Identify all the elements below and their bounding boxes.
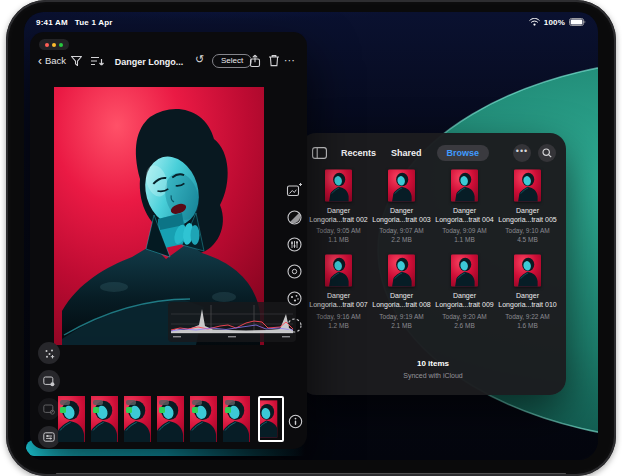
wifi-icon	[529, 18, 540, 26]
file-thumbnail	[514, 254, 541, 287]
adjust-icon[interactable]	[286, 236, 303, 253]
undo-button[interactable]: ↺	[195, 53, 204, 66]
more-options-button[interactable]: •••	[513, 144, 531, 162]
zoom-window-icon	[59, 43, 63, 47]
window-controls[interactable]	[39, 39, 69, 50]
file-card[interactable]: DangerLongoria...trait 009 Today, 9:20 A…	[433, 254, 496, 329]
file-card[interactable]: DangerLongoria...trait 003 Today, 9:07 A…	[370, 169, 433, 244]
repair-icon[interactable]	[286, 263, 303, 280]
sync-status: Synced with iCloud	[300, 372, 566, 379]
share-icon[interactable]	[249, 54, 261, 68]
synced-badge	[192, 407, 198, 413]
filmstrip-toggle-button[interactable]	[38, 426, 60, 448]
panel-badge-icon	[43, 404, 55, 415]
file-thumbnail	[388, 169, 415, 202]
tab-browse[interactable]: Browse	[437, 145, 490, 161]
filmstrip-thumbnail[interactable]	[223, 396, 254, 442]
edit-count-badge	[192, 400, 202, 405]
filmstrip-thumbnail[interactable]	[190, 396, 221, 442]
duplicate-panel-button[interactable]	[38, 398, 60, 420]
file-meta: Today, 9:05 AM1.1 MB	[307, 226, 370, 244]
file-meta: Today, 9:09 AM1.1 MB	[433, 226, 496, 244]
tab-recents[interactable]: Recents	[341, 148, 376, 158]
edit-count-badge	[93, 400, 103, 405]
browser-footer: 10 items Synced with iCloud	[300, 359, 566, 379]
browser-tabs: Recents Shared Browse	[341, 145, 489, 161]
file-meta: Today, 9:19 AM2.1 MB	[370, 312, 433, 330]
ipad-screen: 9:41 AM Tue 1 Apr 100%	[24, 12, 598, 460]
filters-icon[interactable]	[286, 209, 303, 226]
tab-shared[interactable]: Shared	[391, 148, 422, 158]
back-button[interactable]: ‹ Back	[38, 55, 66, 66]
trash-icon[interactable]	[268, 54, 280, 67]
file-thumbnail	[451, 169, 478, 202]
file-meta: Today, 9:10 AM4.5 MB	[496, 226, 559, 244]
filmstrip-thumbnail[interactable]	[58, 396, 89, 442]
select-button[interactable]: Select	[212, 54, 252, 68]
filmstrip-thumbnail[interactable]	[124, 396, 155, 442]
file-card[interactable]: DangerLongoria...trait 002 Today, 9:05 A…	[307, 169, 370, 244]
edit-count-badge	[60, 400, 70, 405]
filmstrip-thumbnail[interactable]	[91, 396, 122, 442]
synced-badge	[126, 407, 132, 413]
marketing-canvas: 9:41 AM Tue 1 Apr 100%	[0, 0, 622, 476]
file-meta: Today, 9:20 AM2.6 MB	[433, 312, 496, 330]
editor-toolbar: ‹ Back Danger Longo... ↺ Select	[30, 52, 307, 74]
file-name: DangerLongoria...trait 005	[496, 206, 559, 224]
file-name: DangerLongoria...trait 003	[370, 206, 433, 224]
filmstrip-thumbnail[interactable]	[157, 396, 188, 442]
synced-badge	[60, 407, 66, 413]
slider-panel-icon	[43, 432, 55, 442]
battery-icon	[569, 18, 586, 26]
file-thumbnail	[451, 254, 478, 287]
auto-enhance-button[interactable]	[38, 342, 60, 364]
select-subject-icon[interactable]	[286, 317, 303, 334]
sort-icon[interactable]	[90, 55, 105, 68]
file-name: DangerLongoria...trait 009	[433, 291, 496, 309]
file-name: DangerLongoria...trait 008	[370, 291, 433, 309]
status-date: Tue 1 Apr	[75, 18, 113, 27]
ipad-frame: 9:41 AM Tue 1 Apr 100%	[6, 0, 616, 476]
magic-dots-icon	[44, 348, 55, 359]
retouch-icon[interactable]	[286, 290, 303, 307]
file-meta: Today, 9:07 AM2.2 MB	[370, 226, 433, 244]
battery-percent: 100%	[544, 18, 565, 27]
file-card[interactable]: DangerLongoria...trait 005 Today, 9:10 A…	[496, 169, 559, 244]
ellipsis-icon: ⋯	[284, 54, 296, 66]
file-name: DangerLongoria...trait 004	[433, 206, 496, 224]
file-meta: Today, 9:22 AM1.6 MB	[496, 312, 559, 330]
file-meta: Today, 9:16 AM1.2 MB	[307, 312, 370, 330]
file-name: DangerLongoria...trait 010	[496, 291, 559, 309]
item-count: 10 items	[300, 359, 566, 368]
info-icon[interactable]	[288, 414, 303, 429]
file-name: DangerLongoria...trait 002	[307, 206, 370, 224]
editing-tools	[282, 182, 306, 334]
file-grid: DangerLongoria...trait 002 Today, 9:05 A…	[307, 169, 559, 330]
back-label: Back	[45, 55, 66, 66]
search-button[interactable]	[538, 144, 556, 162]
files-browser-panel: Recents Shared Browse •••	[300, 133, 566, 395]
enhance-icon[interactable]	[286, 182, 303, 199]
filmstrip	[58, 394, 286, 444]
edit-count-badge	[225, 400, 235, 405]
chevron-left-icon: ‹	[38, 56, 42, 66]
edit-count-badge	[126, 400, 136, 405]
file-thumbnail	[388, 254, 415, 287]
filter-icon[interactable]	[70, 55, 83, 68]
file-card[interactable]: DangerLongoria...trait 008 Today, 9:19 A…	[370, 254, 433, 329]
sidebar-toggle-icon[interactable]	[312, 147, 327, 159]
file-card[interactable]: DangerLongoria...trait 007 Today, 9:16 A…	[307, 254, 370, 329]
more-menu-button[interactable]: ⋯	[284, 54, 296, 67]
edit-count-badge	[159, 400, 169, 405]
search-icon	[542, 148, 552, 158]
file-thumbnail	[514, 169, 541, 202]
export-settings-button[interactable]	[38, 370, 60, 392]
ellipsis-icon: •••	[516, 147, 528, 159]
file-card[interactable]: DangerLongoria...trait 010 Today, 9:22 A…	[496, 254, 559, 329]
browser-header: Recents Shared Browse •••	[312, 142, 556, 164]
file-card[interactable]: DangerLongoria...trait 004 Today, 9:09 A…	[433, 169, 496, 244]
document-title: Danger Longo...	[112, 57, 186, 67]
status-bar: 9:41 AM Tue 1 Apr 100%	[24, 15, 598, 29]
filmstrip-thumbnail-selected[interactable]	[258, 396, 284, 442]
file-thumbnail	[325, 254, 352, 287]
